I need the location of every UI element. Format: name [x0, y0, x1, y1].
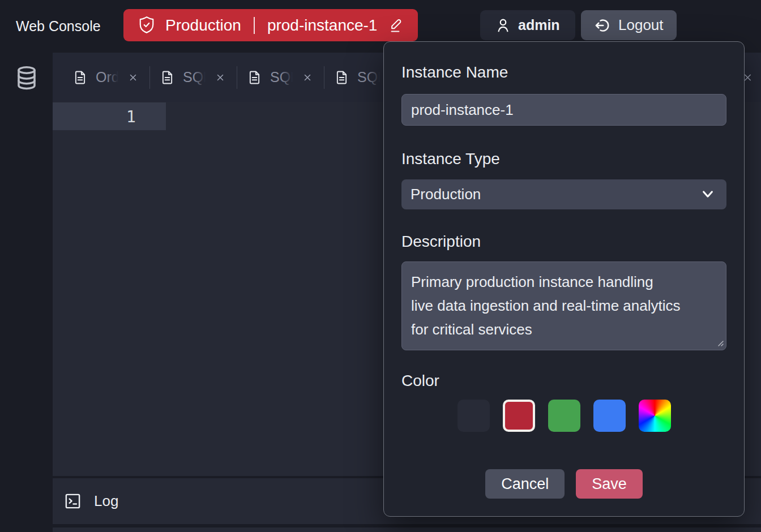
app-title: Web Console [16, 0, 101, 53]
description-textarea[interactable]: Primary production instance handling liv… [401, 261, 726, 350]
save-button[interactable]: Save [576, 469, 643, 499]
tab[interactable]: Ord [63, 53, 149, 102]
cancel-button[interactable]: Cancel [485, 469, 565, 499]
file-text-icon [74, 70, 86, 85]
description-label: Description [401, 233, 726, 251]
badge-divider [254, 17, 255, 34]
log-label: Log [94, 492, 118, 510]
tab-close-icon[interactable] [302, 72, 313, 83]
color-label: Color [401, 372, 726, 390]
dialog-button-row: Cancel Save [401, 469, 726, 499]
instance-settings-dialog: Instance Name Instance Type Production D… [383, 41, 745, 517]
description-textarea-wrap: Primary production instance handling liv… [401, 261, 726, 350]
logout-arrow-icon [594, 17, 611, 34]
instance-name-label: Instance Name [401, 63, 726, 81]
instance-name-input[interactable] [401, 94, 726, 126]
active-line-gutter: 1 [53, 102, 166, 130]
tab-label: SQL [183, 69, 206, 85]
instance-badge-button[interactable]: Production prod-instance-1 [123, 9, 418, 41]
chevron-down-icon [702, 190, 714, 199]
tab-close-icon[interactable] [128, 72, 138, 83]
logout-label: Logout [618, 16, 664, 34]
user-icon [495, 17, 511, 33]
line-number: 1 [126, 107, 136, 126]
color-swatch-row [401, 400, 726, 432]
instance-type-value: Production [411, 186, 481, 203]
tab-label: SQL [270, 69, 293, 85]
sidebar [0, 53, 53, 532]
tab-close-icon[interactable] [215, 72, 225, 83]
color-swatch-blue[interactable] [593, 400, 626, 432]
instance-name-label: prod-instance-1 [267, 16, 378, 35]
shield-check-icon [138, 16, 155, 35]
tab[interactable]: SQL [237, 53, 324, 102]
screen: Web Console Production prod-instance-1 [0, 0, 761, 532]
database-icon-button[interactable] [0, 53, 53, 92]
file-text-icon [249, 70, 260, 85]
user-chip: admin [480, 10, 575, 40]
file-text-icon [161, 70, 173, 85]
bottom-strip [53, 527, 761, 532]
file-text-icon [336, 70, 348, 85]
tab-label: SQL [357, 69, 380, 85]
logout-button[interactable]: Logout [581, 10, 677, 40]
tab-label: Ord [96, 69, 118, 85]
tabs-row: Ord SQL [53, 53, 412, 102]
instance-type-label: Instance Type [401, 150, 726, 168]
color-swatch-rainbow[interactable] [639, 400, 671, 432]
tab[interactable]: SQL [150, 53, 237, 102]
color-swatch-red[interactable] [503, 400, 535, 432]
edit-pencil-icon [387, 17, 403, 34]
instance-type-select[interactable]: Production [401, 179, 726, 209]
terminal-icon [64, 492, 82, 510]
color-swatch-green[interactable] [548, 400, 580, 432]
environment-label: Production [165, 16, 241, 35]
color-swatch-default[interactable] [458, 400, 490, 432]
user-name-label: admin [518, 17, 560, 33]
database-icon [15, 65, 39, 91]
